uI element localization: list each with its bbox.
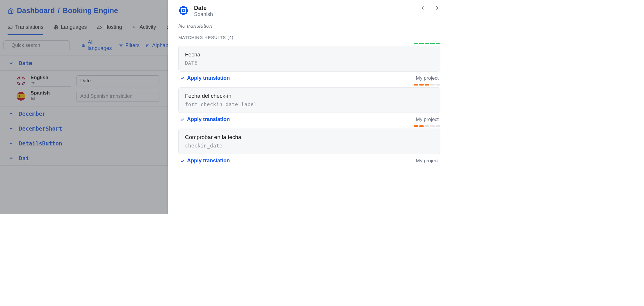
translate-icon: AZ [8, 25, 13, 30]
chevron-up-icon [8, 156, 14, 161]
key-row: DetailsButton [0, 136, 168, 151]
activity-icon [132, 25, 137, 30]
breadcrumb-current[interactable]: Booking Engine [63, 6, 118, 15]
tab-hosting[interactable]: Hosting [97, 21, 122, 35]
lang-code: es [31, 96, 71, 101]
match-key: form.checkin_date_label [185, 102, 434, 107]
lang-row-en: English en [0, 73, 168, 88]
no-translation-text: No translation [178, 23, 440, 29]
key-name: December [19, 111, 46, 117]
key-header[interactable]: Date [0, 56, 168, 70]
translation-input-en[interactable] [77, 75, 159, 86]
key-header[interactable]: December [0, 106, 168, 121]
key-row: DecemberShort [0, 121, 168, 136]
apply-translation-button[interactable]: Apply translation [180, 116, 230, 122]
cloud-icon [97, 25, 102, 30]
apply-translation-button[interactable]: Apply translation [180, 75, 230, 81]
svg-text:Z: Z [10, 26, 12, 28]
prev-arrow-icon[interactable] [419, 5, 426, 11]
match-strength [178, 84, 440, 86]
svg-rect-9 [182, 9, 185, 12]
key-header[interactable]: DetailsButton [0, 136, 168, 151]
filters-button[interactable]: Filters [119, 42, 140, 49]
flag-es-icon [17, 92, 25, 101]
chevron-up-icon [8, 141, 14, 146]
check-icon [180, 117, 185, 122]
globe-icon [53, 25, 58, 30]
panel-title: Date [194, 5, 213, 11]
filter-icon [119, 43, 123, 48]
project-link[interactable]: My project [416, 75, 439, 81]
lang-name: English [31, 75, 71, 81]
tab-languages[interactable]: Languages [53, 21, 87, 35]
toolbar: All languages Filters Alphabetically [0, 35, 168, 56]
breadcrumb-home[interactable]: Dashboard [17, 6, 55, 15]
key-name: DecemberShort [19, 125, 62, 132]
project-link[interactable]: My project [416, 117, 439, 122]
key-name: Date [19, 60, 32, 66]
project-link[interactable]: My project [416, 158, 439, 164]
breadcrumb-separator: / [58, 6, 60, 15]
breadcrumb: Dashboard / Booking Engine [0, 0, 168, 21]
check-icon [180, 159, 185, 163]
chip-icon [178, 5, 189, 16]
key-list: Date English en Spanish es [0, 56, 168, 166]
match-key: checkin_date [185, 143, 434, 149]
svg-rect-8 [181, 8, 187, 14]
match-key: DATE [185, 60, 434, 66]
flag-en-icon [17, 76, 25, 85]
chevron-down-icon [8, 61, 14, 66]
match-translation: Fecha [185, 51, 434, 58]
match-card[interactable]: Comprobar en la fechacheckin_date [178, 129, 440, 154]
match-card[interactable]: FechaDATE [178, 46, 440, 72]
check-icon [180, 76, 185, 81]
language-filter[interactable]: All languages [81, 39, 113, 51]
key-name: Dni [19, 155, 29, 161]
next-arrow-icon[interactable] [434, 5, 440, 11]
lang-code: en [31, 81, 71, 85]
sort-icon [145, 43, 150, 48]
key-row-expanded: Date English en Spanish es [0, 56, 168, 106]
search-box[interactable] [3, 40, 70, 50]
chevron-up-icon [8, 126, 14, 131]
tab-label: Languages [61, 24, 87, 30]
tab-translations[interactable]: AZ Translations [8, 21, 43, 35]
chevron-up-icon [8, 111, 14, 116]
tool-label: Filters [125, 42, 140, 49]
tab-activity[interactable]: Activity [132, 21, 156, 35]
apply-translation-button[interactable]: Apply translation [180, 158, 230, 164]
translation-panel: Date Spanish No translation MATCHING RES… [168, 0, 451, 214]
home-icon[interactable] [8, 8, 14, 14]
key-header[interactable]: DecemberShort [0, 121, 168, 136]
match-card[interactable]: Fecha del check-inform.checkin_date_labe… [178, 87, 440, 113]
match-translation: Comprobar en la fecha [185, 134, 434, 140]
translation-input-es[interactable] [77, 91, 159, 102]
tab-label: Translations [15, 24, 43, 30]
tabs: AZ Translations Languages Hosting Activi… [0, 21, 168, 35]
lang-name: Spanish [31, 90, 71, 96]
tab-label: Hosting [104, 24, 122, 30]
key-row: Dni [0, 151, 168, 166]
tool-label: All languages [88, 39, 113, 51]
globe-icon [81, 43, 86, 48]
key-header[interactable]: Dni [0, 151, 168, 166]
panel-language: Spanish [194, 11, 213, 17]
matching-results-label: MATCHING RESULTS (4) [178, 35, 440, 40]
key-name: DetailsButton [19, 140, 62, 147]
match-strength [178, 43, 440, 44]
search-input[interactable] [11, 42, 73, 48]
match-strength [178, 125, 440, 127]
key-row: December [0, 106, 168, 121]
match-translation: Fecha del check-in [185, 93, 434, 99]
tab-label: Activity [140, 24, 156, 30]
lang-row-es: Spanish es [0, 88, 168, 104]
